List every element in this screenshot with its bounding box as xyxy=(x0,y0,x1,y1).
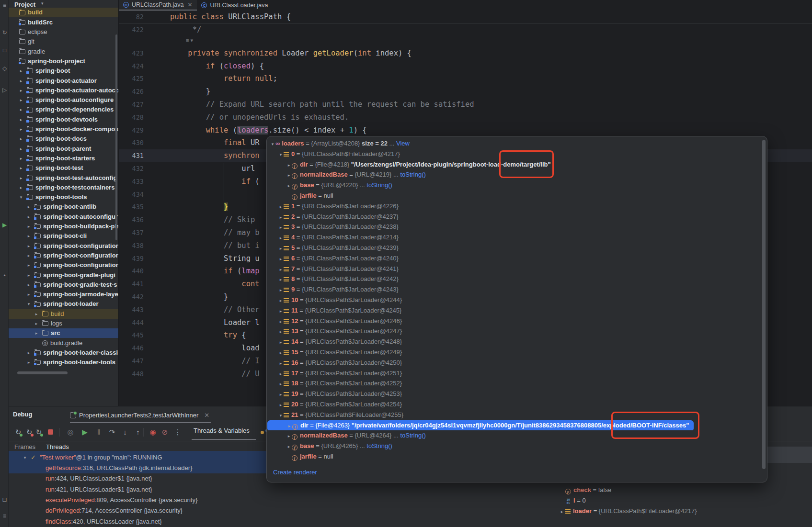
stack-frame-row[interactable]: run:424, URLClassLoader$1 {java.net} xyxy=(46,473,152,484)
chevron-right-icon[interactable]: ▸ xyxy=(25,280,33,290)
tool-stripe-icon[interactable]: ▶ xyxy=(1,221,8,229)
mute-breakpoints-button[interactable]: ⊘ xyxy=(160,427,170,437)
tree-item-spring-boot-autoconfigure[interactable]: ▸spring-boot-autoconfigure xyxy=(9,95,118,105)
chevron-right-icon[interactable]: ▸ xyxy=(278,275,284,284)
tree-item-spring-boot[interactable]: ▸spring-boot xyxy=(9,66,118,76)
close-icon[interactable]: ✕ xyxy=(187,1,192,8)
debugger-tree-row[interactable]: ▸5 = {URLClassPath$JarLoader@4239} xyxy=(267,243,760,253)
chevron-right-icon[interactable]: ▸ xyxy=(25,251,33,260)
tree-item-spring-boot-docs[interactable]: ▸spring-boot-docs xyxy=(9,134,118,144)
debugger-tree-row[interactable]: ▸12 = {URLClassPath$JarLoader@4246} xyxy=(267,316,760,326)
debugger-tree-row[interactable]: ▸15 = {URLClassPath$JarLoader@4249} xyxy=(267,347,760,358)
tree-item-spring-boot-docker-compos[interactable]: ▸spring-boot-docker-compos xyxy=(9,124,118,134)
pause-button[interactable]: ‖ xyxy=(93,427,104,437)
debugger-tree-row[interactable]: ▸20 = {URLClassPath$JarLoader@4254} xyxy=(267,399,760,410)
debugger-tree-row[interactable]: ▸2 = {URLClassPath$JarLoader@4237} xyxy=(267,212,760,222)
tool-stripe-icon[interactable]: ↻ xyxy=(1,29,8,36)
variable-row[interactable]: 1001i = 0 xyxy=(559,495,586,506)
debugger-tree-row[interactable]: ▸18 = {URLClassPath$JarLoader@4252} xyxy=(267,378,760,389)
tree-item-spring-boot-loader-classi[interactable]: ▸spring-boot-loader-classi xyxy=(9,348,118,358)
chevron-right-icon[interactable]: ▸ xyxy=(25,231,33,241)
tree-item-spring-boot-loader-tools[interactable]: ▸spring-boot-loader-tools xyxy=(9,358,118,367)
chevron-right-icon[interactable]: ▸ xyxy=(25,202,33,212)
debugger-tree-row[interactable]: fjarfile = null xyxy=(267,451,760,462)
tree-item-gradle[interactable]: gradle xyxy=(9,46,118,56)
debugger-tree-row[interactable]: fjarfile = null xyxy=(267,191,760,201)
chevron-right-icon[interactable]: ▸ xyxy=(278,306,284,316)
debug-session-tab[interactable]: PropertiesLauncherTests2.testJarWithInne… xyxy=(70,409,209,421)
tree-item-spring-boot-actuator[interactable]: ▸spring-boot-actuator xyxy=(9,76,118,85)
breakpoints-button[interactable]: ◉ xyxy=(148,427,158,437)
debugger-tree-row[interactable]: ▸7 = {URLClassPath$JarLoader@4241} xyxy=(267,264,760,274)
tree-item-spring-boot-jarmode-laye[interactable]: ▸spring-boot-jarmode-laye xyxy=(9,290,118,299)
chevron-right-icon[interactable]: ▸ xyxy=(25,290,33,299)
debugger-tree-row[interactable]: ▸4 = {URLClassPath$JarLoader@4214} xyxy=(267,232,760,243)
debugger-tree-row[interactable]: ▾∞loaders = {ArrayList@4208} size = 22 .… xyxy=(267,138,760,149)
chevron-right-icon[interactable]: ▸ xyxy=(17,154,25,163)
chevron-right-icon[interactable]: ▸ xyxy=(17,76,25,86)
chevron-right-icon[interactable]: ▸ xyxy=(17,163,25,173)
debugger-tree-row[interactable]: ▸16 = {URLClassPath$JarLoader@4250} xyxy=(267,358,760,368)
debugger-tree-row[interactable]: ▸11 = {URLClassPath$JarLoader@4245} xyxy=(267,305,760,316)
chevron-right-icon[interactable]: ▸ xyxy=(33,319,40,328)
tab-threads-and-variables[interactable]: Threads & Variables xyxy=(194,427,250,434)
tree-item-git[interactable]: git xyxy=(9,37,118,46)
chevron-right-icon[interactable]: ▸ xyxy=(278,254,284,264)
debugger-tree-row[interactable]: ▸14 = {URLClassPath$JarLoader@4248} xyxy=(267,336,760,347)
tree-item-spring-boot-configuration[interactable]: ▸spring-boot-configuration xyxy=(9,260,118,270)
debugger-tree-row[interactable]: ▸19 = {URLClassPath$JarLoader@4253} xyxy=(267,389,760,399)
debugger-tree-row[interactable]: ▸6 = {URLClassPath$JarLoader@4240} xyxy=(267,253,760,264)
chevron-right-icon[interactable]: ▸ xyxy=(17,134,25,144)
project-scrollbar-vertical[interactable] xyxy=(115,34,117,240)
debugger-tree-row[interactable]: ▸9 = {URLClassPath$JarLoader@4243} xyxy=(267,284,760,295)
stack-frame-row[interactable]: doPrivileged:714, AccessController {java… xyxy=(46,505,183,516)
chevron-right-icon[interactable]: ▸ xyxy=(278,400,284,410)
tool-stripe-icon[interactable]: ▷ xyxy=(1,86,8,94)
tree-item-spring-boot-test-autoconfig[interactable]: ▸spring-boot-test-autoconfig xyxy=(9,173,118,182)
chevron-right-icon[interactable]: ▸ xyxy=(278,327,284,336)
stack-frame-row[interactable]: findClass:420, URLClassLoader {java.net} xyxy=(46,516,162,527)
chevron-right-icon[interactable]: ▸ xyxy=(286,442,292,451)
chevron-right-icon[interactable]: ▸ xyxy=(286,160,292,170)
tree-item-spring-boot-gradle-test-s[interactable]: ▸spring-boot-gradle-test-s xyxy=(9,280,118,289)
variable-row[interactable]: pcheck = false xyxy=(559,485,611,495)
more-button[interactable]: ⋮ xyxy=(172,427,183,437)
tree-item-spring-boot-loader[interactable]: ▾spring-boot-loader xyxy=(9,299,118,309)
rerun-button[interactable]: ↻ xyxy=(24,427,34,437)
tool-stripe-icon[interactable]: ⊟ xyxy=(1,496,8,504)
tree-item-spring-boot-actuator-autoco[interactable]: ▸spring-boot-actuator-autoco xyxy=(9,85,118,95)
chevron-right-icon[interactable]: ▸ xyxy=(17,115,25,124)
chevron-right-icon[interactable]: ▸ xyxy=(17,105,25,114)
tree-item-spring-boot-antlib[interactable]: ▸spring-boot-antlib xyxy=(9,202,118,212)
popup-scrollbar[interactable] xyxy=(762,140,766,469)
tree-item-src[interactable]: ▸src xyxy=(9,328,118,338)
debugger-tree-row[interactable]: ▸fbase = {URL@4220} ... toString() xyxy=(267,180,760,191)
tree-item-spring-boot-test[interactable]: ▸spring-boot-test xyxy=(9,163,118,173)
chevron-right-icon[interactable]: ▸ xyxy=(33,309,40,319)
tree-item-spring-boot-dependencies[interactable]: ▸spring-boot-dependencies xyxy=(9,105,118,114)
stack-frame-row[interactable]: run:421, URLClassLoader$1 {java.net} xyxy=(46,484,152,495)
tree-item-spring-boot-gradle-plugi[interactable]: ▸spring-boot-gradle-plugi xyxy=(9,270,118,280)
step-into-button[interactable]: ↓ xyxy=(120,427,130,437)
rerun-button[interactable]: ↻ xyxy=(34,427,44,437)
tree-item-build[interactable]: ▸build xyxy=(9,309,118,318)
thread-row[interactable]: ▾✓"Test worker"@1 in group "main": RUNNI… xyxy=(21,452,162,463)
chevron-right-icon[interactable]: ▸ xyxy=(278,202,284,212)
chevron-right-icon[interactable]: ▸ xyxy=(286,421,292,431)
chevron-right-icon[interactable]: ▸ xyxy=(278,348,284,358)
chevron-down-icon[interactable]: ▾ xyxy=(278,411,284,420)
stack-frame-row[interactable]: executePrivileged:809, AccessController … xyxy=(46,495,197,505)
chevron-right-icon[interactable]: ▸ xyxy=(25,270,33,280)
chevron-right-icon[interactable]: ▸ xyxy=(278,359,284,368)
chevron-right-icon[interactable]: ▸ xyxy=(25,241,33,251)
render-doc-inlay-icon[interactable]: ≡ ▾ xyxy=(186,37,193,44)
chevron-right-icon[interactable]: ▸ xyxy=(17,95,25,105)
tool-stripe-icon[interactable]: ◇ xyxy=(1,65,8,72)
chevron-right-icon[interactable]: ▸ xyxy=(286,170,292,180)
chevron-right-icon[interactable]: ▸ xyxy=(278,233,284,243)
chevron-down-icon[interactable]: ▾ xyxy=(25,299,33,309)
chevron-right-icon[interactable]: ▸ xyxy=(278,369,284,379)
chevron-right-icon[interactable]: ▸ xyxy=(17,86,25,95)
chevron-right-icon[interactable]: ▸ xyxy=(278,213,284,222)
tool-stripe-icon[interactable]: ≡ xyxy=(1,1,8,9)
